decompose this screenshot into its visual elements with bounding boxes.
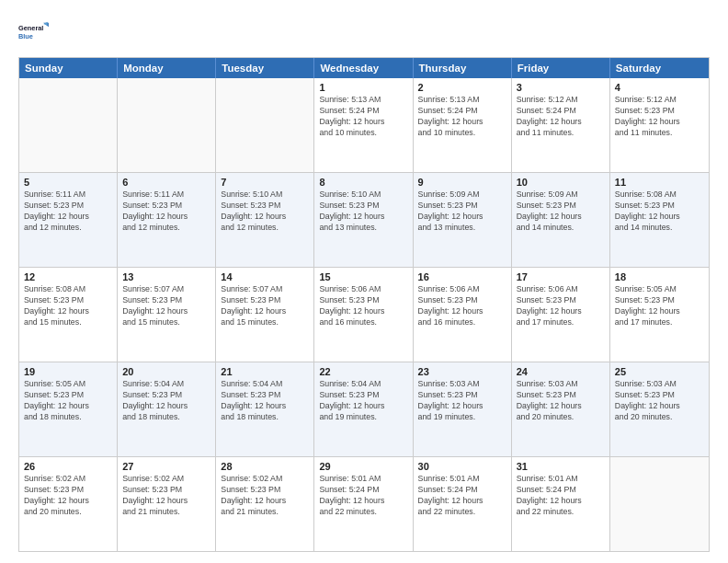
day-info: Sunrise: 5:01 AM Sunset: 5:24 PM Dayligh… xyxy=(319,474,407,518)
day-info: Sunrise: 5:13 AM Sunset: 5:24 PM Dayligh… xyxy=(418,95,506,139)
day-info: Sunrise: 5:11 AM Sunset: 5:23 PM Dayligh… xyxy=(122,190,210,234)
header-day-monday: Monday xyxy=(118,58,216,78)
day-number: 17 xyxy=(517,271,605,282)
day-number: 9 xyxy=(418,177,506,188)
day-number: 22 xyxy=(319,366,407,377)
day-info: Sunrise: 5:06 AM Sunset: 5:23 PM Dayligh… xyxy=(319,284,407,328)
day-cell-24: 24Sunrise: 5:03 AM Sunset: 5:23 PM Dayli… xyxy=(512,362,610,456)
empty-cell-0-0 xyxy=(19,78,118,172)
logo-icon: General Blue xyxy=(18,17,50,48)
day-info: Sunrise: 5:09 AM Sunset: 5:23 PM Dayligh… xyxy=(517,190,605,234)
day-number: 26 xyxy=(24,461,112,472)
day-info: Sunrise: 5:03 AM Sunset: 5:23 PM Dayligh… xyxy=(517,379,605,423)
day-info: Sunrise: 5:10 AM Sunset: 5:23 PM Dayligh… xyxy=(319,190,407,234)
header-day-tuesday: Tuesday xyxy=(216,58,314,78)
day-info: Sunrise: 5:07 AM Sunset: 5:23 PM Dayligh… xyxy=(122,284,210,328)
day-info: Sunrise: 5:03 AM Sunset: 5:23 PM Dayligh… xyxy=(418,379,506,423)
day-info: Sunrise: 5:02 AM Sunset: 5:23 PM Dayligh… xyxy=(221,474,309,518)
day-cell-29: 29Sunrise: 5:01 AM Sunset: 5:24 PM Dayli… xyxy=(314,457,413,551)
day-number: 25 xyxy=(615,366,704,377)
day-number: 2 xyxy=(418,82,506,93)
svg-text:Blue: Blue xyxy=(18,32,33,40)
day-number: 4 xyxy=(615,82,704,93)
day-number: 11 xyxy=(615,177,704,188)
day-info: Sunrise: 5:05 AM Sunset: 5:23 PM Dayligh… xyxy=(615,284,704,328)
day-info: Sunrise: 5:13 AM Sunset: 5:24 PM Dayligh… xyxy=(319,95,407,139)
calendar-week-4: 19Sunrise: 5:05 AM Sunset: 5:23 PM Dayli… xyxy=(19,362,709,456)
day-cell-2: 2Sunrise: 5:13 AM Sunset: 5:24 PM Daylig… xyxy=(414,78,512,172)
day-info: Sunrise: 5:04 AM Sunset: 5:23 PM Dayligh… xyxy=(319,379,407,423)
empty-cell-0-2 xyxy=(216,78,314,172)
day-info: Sunrise: 5:12 AM Sunset: 5:23 PM Dayligh… xyxy=(615,95,704,139)
day-info: Sunrise: 5:04 AM Sunset: 5:23 PM Dayligh… xyxy=(122,379,210,423)
day-info: Sunrise: 5:01 AM Sunset: 5:24 PM Dayligh… xyxy=(418,474,506,518)
day-number: 21 xyxy=(221,366,309,377)
day-cell-21: 21Sunrise: 5:04 AM Sunset: 5:23 PM Dayli… xyxy=(216,362,314,456)
day-number: 13 xyxy=(122,271,210,282)
day-info: Sunrise: 5:07 AM Sunset: 5:23 PM Dayligh… xyxy=(221,284,309,328)
day-cell-8: 8Sunrise: 5:10 AM Sunset: 5:23 PM Daylig… xyxy=(314,173,413,267)
day-cell-23: 23Sunrise: 5:03 AM Sunset: 5:23 PM Dayli… xyxy=(414,362,512,456)
day-info: Sunrise: 5:05 AM Sunset: 5:23 PM Dayligh… xyxy=(24,379,112,423)
day-info: Sunrise: 5:12 AM Sunset: 5:24 PM Dayligh… xyxy=(517,95,605,139)
day-cell-3: 3Sunrise: 5:12 AM Sunset: 5:24 PM Daylig… xyxy=(512,78,610,172)
day-number: 20 xyxy=(122,366,210,377)
day-number: 28 xyxy=(221,461,309,472)
day-number: 8 xyxy=(319,177,407,188)
day-cell-13: 13Sunrise: 5:07 AM Sunset: 5:23 PM Dayli… xyxy=(118,268,216,362)
header-day-sunday: Sunday xyxy=(19,58,118,78)
day-info: Sunrise: 5:10 AM Sunset: 5:23 PM Dayligh… xyxy=(221,190,309,234)
day-number: 18 xyxy=(615,271,704,282)
calendar: SundayMondayTuesdayWednesdayThursdayFrid… xyxy=(18,57,710,552)
svg-marker-3 xyxy=(43,22,48,26)
day-number: 1 xyxy=(319,82,407,93)
day-info: Sunrise: 5:02 AM Sunset: 5:23 PM Dayligh… xyxy=(122,474,210,518)
header-day-saturday: Saturday xyxy=(610,58,709,78)
day-info: Sunrise: 5:06 AM Sunset: 5:23 PM Dayligh… xyxy=(517,284,605,328)
empty-cell-4-6 xyxy=(610,457,709,551)
day-cell-4: 4Sunrise: 5:12 AM Sunset: 5:23 PM Daylig… xyxy=(610,78,709,172)
day-number: 30 xyxy=(418,461,506,472)
day-number: 14 xyxy=(221,271,309,282)
day-cell-15: 15Sunrise: 5:06 AM Sunset: 5:23 PM Dayli… xyxy=(314,268,413,362)
day-cell-14: 14Sunrise: 5:07 AM Sunset: 5:23 PM Dayli… xyxy=(216,268,314,362)
day-info: Sunrise: 5:06 AM Sunset: 5:23 PM Dayligh… xyxy=(418,284,506,328)
day-info: Sunrise: 5:08 AM Sunset: 5:23 PM Dayligh… xyxy=(24,284,112,328)
day-cell-18: 18Sunrise: 5:05 AM Sunset: 5:23 PM Dayli… xyxy=(610,268,709,362)
day-cell-28: 28Sunrise: 5:02 AM Sunset: 5:23 PM Dayli… xyxy=(216,457,314,551)
day-cell-19: 19Sunrise: 5:05 AM Sunset: 5:23 PM Dayli… xyxy=(19,362,118,456)
day-number: 15 xyxy=(319,271,407,282)
calendar-week-2: 5Sunrise: 5:11 AM Sunset: 5:23 PM Daylig… xyxy=(19,172,709,267)
day-number: 31 xyxy=(517,461,605,472)
day-info: Sunrise: 5:04 AM Sunset: 5:23 PM Dayligh… xyxy=(221,379,309,423)
day-info: Sunrise: 5:08 AM Sunset: 5:23 PM Dayligh… xyxy=(615,190,704,234)
day-number: 19 xyxy=(24,366,112,377)
day-number: 29 xyxy=(319,461,407,472)
day-number: 10 xyxy=(517,177,605,188)
calendar-week-1: 1Sunrise: 5:13 AM Sunset: 5:24 PM Daylig… xyxy=(19,78,709,172)
page: General Blue SundayMondayTuesdayWednesda… xyxy=(0,0,728,563)
calendar-header: SundayMondayTuesdayWednesdayThursdayFrid… xyxy=(19,58,709,78)
logo: General Blue xyxy=(18,17,50,48)
day-cell-16: 16Sunrise: 5:06 AM Sunset: 5:23 PM Dayli… xyxy=(414,268,512,362)
day-cell-31: 31Sunrise: 5:01 AM Sunset: 5:24 PM Dayli… xyxy=(512,457,610,551)
header-day-thursday: Thursday xyxy=(414,58,512,78)
day-cell-17: 17Sunrise: 5:06 AM Sunset: 5:23 PM Dayli… xyxy=(512,268,610,362)
day-info: Sunrise: 5:11 AM Sunset: 5:23 PM Dayligh… xyxy=(24,190,112,234)
day-number: 5 xyxy=(24,177,112,188)
header-day-wednesday: Wednesday xyxy=(314,58,413,78)
day-cell-9: 9Sunrise: 5:09 AM Sunset: 5:23 PM Daylig… xyxy=(414,173,512,267)
day-number: 3 xyxy=(517,82,605,93)
svg-text:General: General xyxy=(18,24,43,32)
day-number: 23 xyxy=(418,366,506,377)
header: General Blue xyxy=(18,17,710,48)
day-cell-20: 20Sunrise: 5:04 AM Sunset: 5:23 PM Dayli… xyxy=(118,362,216,456)
day-cell-10: 10Sunrise: 5:09 AM Sunset: 5:23 PM Dayli… xyxy=(512,173,610,267)
header-day-friday: Friday xyxy=(512,58,610,78)
day-info: Sunrise: 5:01 AM Sunset: 5:24 PM Dayligh… xyxy=(517,474,605,518)
calendar-week-5: 26Sunrise: 5:02 AM Sunset: 5:23 PM Dayli… xyxy=(19,456,709,551)
day-cell-25: 25Sunrise: 5:03 AM Sunset: 5:23 PM Dayli… xyxy=(610,362,709,456)
day-number: 12 xyxy=(24,271,112,282)
day-cell-11: 11Sunrise: 5:08 AM Sunset: 5:23 PM Dayli… xyxy=(610,173,709,267)
day-number: 27 xyxy=(122,461,210,472)
